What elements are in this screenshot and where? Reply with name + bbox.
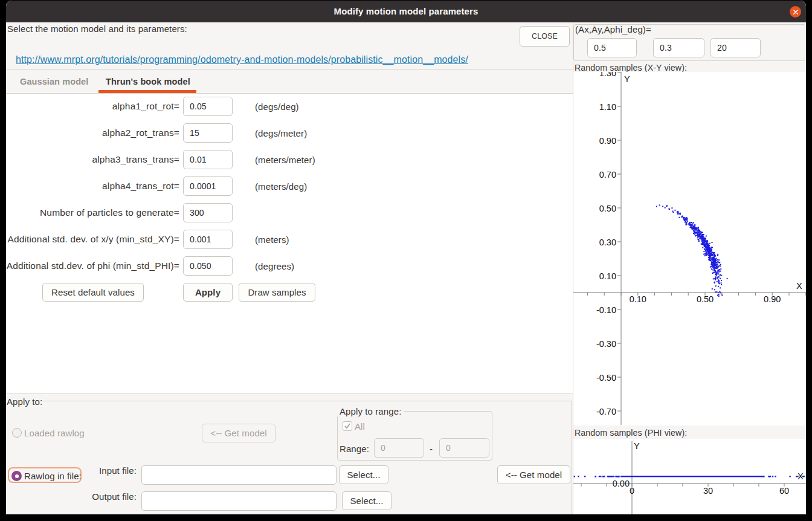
svg-text:0.50: 0.50 (697, 294, 714, 304)
svg-text:-0.10: -0.10 (596, 305, 616, 315)
svg-text:-0.30: -0.30 (596, 339, 616, 349)
svg-text:0.90: 0.90 (764, 294, 781, 304)
svg-text:0: 0 (630, 486, 634, 496)
svg-text:1.30: 1.30 (599, 72, 616, 78)
svg-text:-0.70: -0.70 (596, 407, 616, 416)
svg-text:-0.50: -0.50 (596, 373, 616, 383)
svg-text:X: X (796, 281, 802, 291)
svg-text:1.10: 1.10 (599, 102, 616, 112)
svg-text:0.10: 0.10 (599, 271, 616, 281)
svg-text:0.10: 0.10 (630, 294, 646, 304)
svg-text:0.90: 0.90 (599, 136, 616, 146)
svg-text:60: 60 (779, 486, 789, 496)
svg-text:Y: Y (624, 74, 630, 84)
svg-text:0.70: 0.70 (599, 170, 616, 180)
svg-text:0.30: 0.30 (599, 238, 616, 247)
svg-text:Y: Y (634, 441, 640, 451)
svg-text:0.50: 0.50 (599, 204, 616, 213)
svg-text:30: 30 (703, 486, 713, 496)
svg-text:0.00: 0.00 (613, 479, 630, 488)
